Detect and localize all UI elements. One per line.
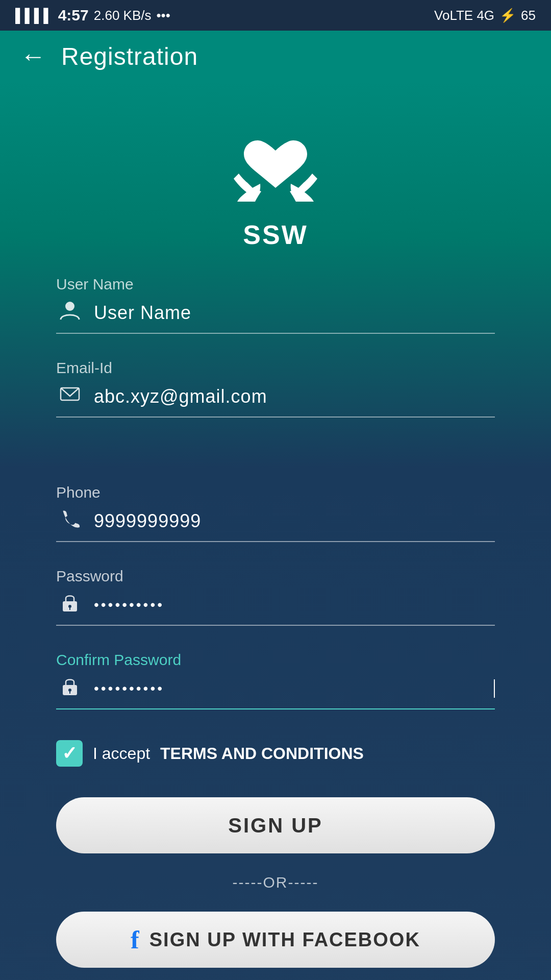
check-icon: ✓ (62, 743, 77, 764)
hero-section: SSW User Name User Name Email-Id (0, 82, 551, 469)
email-value[interactable]: abc.xyz@gmail.com (94, 386, 495, 407)
page-title: Registration (61, 42, 198, 70)
password-input-row[interactable]: •••••••••• (56, 591, 495, 626)
password-label: Password (56, 568, 495, 585)
svg-point-3 (68, 605, 71, 608)
logo-container: SSW (224, 112, 327, 250)
text-cursor (494, 679, 495, 698)
logo-svg (224, 112, 327, 214)
username-input-row[interactable]: User Name (56, 299, 495, 334)
form-top: User Name User Name Email-Id (0, 276, 551, 443)
signal-icons: ▌▌▌▌ (15, 8, 53, 23)
back-button[interactable]: ← (20, 43, 46, 69)
svg-point-0 (65, 302, 74, 311)
facebook-signup-button[interactable]: f SIGN UP WITH FACEBOOK (56, 912, 495, 968)
user-icon (56, 299, 84, 327)
signup-button[interactable]: SIGN UP (56, 797, 495, 853)
status-bar: ▌▌▌▌ 4:57 2.60 KB/s ••• VoLTE 4G ⚡ 65 (0, 0, 551, 31)
data-speed: 2.60 KB/s (94, 8, 152, 23)
email-icon (56, 383, 84, 410)
phone-field-group: Phone 9999999999 (56, 484, 495, 542)
username-label: User Name (56, 276, 495, 293)
phone-label: Phone (56, 484, 495, 501)
confirm-password-value[interactable]: •••••••••• (94, 680, 483, 697)
facebook-icon: f (131, 925, 139, 954)
phone-value[interactable]: 9999999999 (94, 510, 495, 532)
status-time: 4:57 (58, 7, 89, 24)
terms-link[interactable]: TERMS AND CONDITIONS (160, 744, 364, 763)
main-body: Phone 9999999999 Password •••••••••• (0, 469, 551, 980)
username-value[interactable]: User Name (94, 302, 495, 324)
header: ← Registration (0, 31, 551, 82)
status-right: VoLTE 4G ⚡ 65 (434, 8, 536, 23)
email-input-row[interactable]: abc.xyz@gmail.com (56, 383, 495, 418)
terms-accept-text: I accept (93, 744, 150, 763)
username-field-group: User Name User Name (56, 276, 495, 334)
terms-checkbox[interactable]: ✓ (56, 740, 83, 767)
logo-text: SSW (243, 219, 308, 250)
battery-icon: ⚡ (499, 8, 516, 23)
lock-icon (56, 591, 84, 619)
phone-icon (56, 507, 84, 535)
facebook-signup-label: SIGN UP WITH FACEBOOK (149, 929, 420, 951)
battery-level: 65 (521, 8, 536, 23)
phone-input-row[interactable]: 9999999999 (56, 507, 495, 542)
confirm-password-input-row[interactable]: •••••••••• (56, 675, 495, 709)
status-left: ▌▌▌▌ 4:57 2.60 KB/s ••• (15, 7, 170, 24)
email-field-group: Email-Id abc.xyz@gmail.com (56, 359, 495, 418)
terms-row: ✓ I accept TERMS AND CONDITIONS (56, 740, 495, 767)
email-label: Email-Id (56, 359, 495, 377)
dots-menu: ••• (156, 8, 170, 23)
password-field-group: Password •••••••••• (56, 568, 495, 626)
confirm-password-field-group: Confirm Password •••••••••• (56, 651, 495, 709)
confirm-lock-icon (56, 675, 84, 702)
network-type: VoLTE 4G (434, 8, 494, 23)
svg-point-6 (68, 689, 71, 692)
or-divider: -----OR----- (56, 874, 495, 891)
password-value[interactable]: •••••••••• (94, 597, 495, 613)
confirm-password-label: Confirm Password (56, 651, 495, 669)
